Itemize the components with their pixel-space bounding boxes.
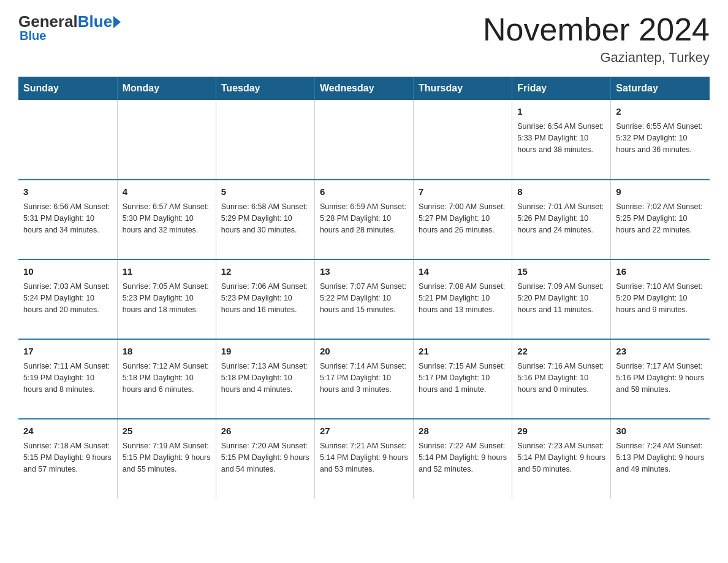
table-row: 9Sunrise: 7:02 AM Sunset: 5:25 PM Daylig… [611,180,710,259]
day-number: 7 [419,185,507,199]
table-row: 12Sunrise: 7:06 AM Sunset: 5:23 PM Dayli… [216,259,314,339]
table-row: 20Sunrise: 7:14 AM Sunset: 5:17 PM Dayli… [314,339,413,419]
table-row: 14Sunrise: 7:08 AM Sunset: 5:21 PM Dayli… [414,259,512,339]
day-number: 9 [616,185,705,199]
day-number: 18 [123,345,211,359]
calendar-week-row: 10Sunrise: 7:03 AM Sunset: 5:24 PM Dayli… [18,259,710,339]
table-row [216,100,314,180]
logo-arrow-icon [113,16,121,28]
table-row [414,100,512,180]
day-info: Sunrise: 7:09 AM Sunset: 5:20 PM Dayligh… [517,281,605,316]
day-number: 19 [221,345,309,359]
table-row: 13Sunrise: 7:07 AM Sunset: 5:22 PM Dayli… [314,259,413,339]
day-info: Sunrise: 7:13 AM Sunset: 5:18 PM Dayligh… [221,361,309,396]
calendar-header-row: Sunday Monday Tuesday Wednesday Thursday… [18,77,710,100]
day-info: Sunrise: 7:18 AM Sunset: 5:15 PM Dayligh… [23,440,112,476]
col-saturday: Saturday [611,77,710,100]
day-info: Sunrise: 6:55 AM Sunset: 5:32 PM Dayligh… [616,121,705,156]
day-info: Sunrise: 7:23 AM Sunset: 5:14 PM Dayligh… [517,440,605,476]
day-info: Sunrise: 7:11 AM Sunset: 5:19 PM Dayligh… [23,361,112,396]
col-wednesday: Wednesday [314,77,413,100]
table-row: 8Sunrise: 7:01 AM Sunset: 5:26 PM Daylig… [512,180,611,259]
day-number: 10 [23,265,112,279]
col-tuesday: Tuesday [216,77,314,100]
day-number: 26 [221,424,309,439]
calendar-week-row: 17Sunrise: 7:11 AM Sunset: 5:19 PM Dayli… [18,339,710,419]
day-info: Sunrise: 6:58 AM Sunset: 5:29 PM Dayligh… [221,201,309,237]
calendar-week-row: 1Sunrise: 6:54 AM Sunset: 5:33 PM Daylig… [18,100,710,180]
day-number: 22 [517,345,605,359]
calendar-week-row: 3Sunrise: 6:56 AM Sunset: 5:31 PM Daylig… [18,180,710,259]
col-sunday: Sunday [18,77,117,100]
day-number: 17 [23,345,112,359]
day-number: 20 [320,345,408,359]
day-info: Sunrise: 7:06 AM Sunset: 5:23 PM Dayligh… [221,281,309,316]
day-info: Sunrise: 7:10 AM Sunset: 5:20 PM Dayligh… [616,281,705,316]
day-info: Sunrise: 6:59 AM Sunset: 5:28 PM Dayligh… [320,201,408,237]
day-number: 29 [517,424,605,439]
day-info: Sunrise: 7:05 AM Sunset: 5:23 PM Dayligh… [123,281,211,316]
day-number: 4 [123,185,211,199]
table-row: 16Sunrise: 7:10 AM Sunset: 5:20 PM Dayli… [611,259,710,339]
title-block: November 2024 Gaziantep, Turkey [483,12,710,66]
day-info: Sunrise: 7:12 AM Sunset: 5:18 PM Dayligh… [123,361,211,396]
page-header: General Blue Blue November 2024 Gaziante… [18,12,710,66]
day-info: Sunrise: 6:54 AM Sunset: 5:33 PM Dayligh… [517,121,605,156]
table-row: 26Sunrise: 7:20 AM Sunset: 5:15 PM Dayli… [216,419,314,499]
day-number: 23 [616,345,705,359]
table-row: 1Sunrise: 6:54 AM Sunset: 5:33 PM Daylig… [512,100,611,180]
table-row: 11Sunrise: 7:05 AM Sunset: 5:23 PM Dayli… [117,259,216,339]
table-row: 7Sunrise: 7:00 AM Sunset: 5:27 PM Daylig… [414,180,512,259]
day-number: 15 [517,265,605,279]
table-row: 22Sunrise: 7:16 AM Sunset: 5:16 PM Dayli… [512,339,611,419]
calendar-title: November 2024 [483,12,710,47]
calendar-subtitle: Gaziantep, Turkey [483,50,710,66]
day-number: 6 [320,185,408,199]
table-row: 15Sunrise: 7:09 AM Sunset: 5:20 PM Dayli… [512,259,611,339]
day-info: Sunrise: 7:22 AM Sunset: 5:14 PM Dayligh… [419,440,507,476]
day-number: 27 [320,424,408,439]
day-number: 11 [123,265,211,279]
table-row: 10Sunrise: 7:03 AM Sunset: 5:24 PM Dayli… [18,259,117,339]
day-number: 8 [517,185,605,199]
day-info: Sunrise: 7:19 AM Sunset: 5:15 PM Dayligh… [123,440,211,476]
col-thursday: Thursday [414,77,512,100]
day-number: 24 [23,424,112,439]
col-monday: Monday [117,77,216,100]
table-row: 21Sunrise: 7:15 AM Sunset: 5:17 PM Dayli… [414,339,512,419]
table-row: 27Sunrise: 7:21 AM Sunset: 5:14 PM Dayli… [314,419,413,499]
day-number: 13 [320,265,408,279]
table-row: 30Sunrise: 7:24 AM Sunset: 5:13 PM Dayli… [611,419,710,499]
table-row [314,100,413,180]
calendar-table: Sunday Monday Tuesday Wednesday Thursday… [18,77,710,499]
day-info: Sunrise: 7:15 AM Sunset: 5:17 PM Dayligh… [419,361,507,396]
day-info: Sunrise: 7:20 AM Sunset: 5:15 PM Dayligh… [221,440,309,476]
table-row: 2Sunrise: 6:55 AM Sunset: 5:32 PM Daylig… [611,100,710,180]
day-info: Sunrise: 7:21 AM Sunset: 5:14 PM Dayligh… [320,440,408,476]
day-info: Sunrise: 7:08 AM Sunset: 5:21 PM Dayligh… [419,281,507,316]
day-number: 30 [616,424,705,439]
col-friday: Friday [512,77,611,100]
day-info: Sunrise: 7:17 AM Sunset: 5:16 PM Dayligh… [616,361,705,396]
day-info: Sunrise: 6:57 AM Sunset: 5:30 PM Dayligh… [123,201,211,237]
table-row [18,100,117,180]
day-info: Sunrise: 6:56 AM Sunset: 5:31 PM Dayligh… [23,201,112,237]
table-row: 29Sunrise: 7:23 AM Sunset: 5:14 PM Dayli… [512,419,611,499]
day-number: 1 [517,105,605,119]
table-row: 18Sunrise: 7:12 AM Sunset: 5:18 PM Dayli… [117,339,216,419]
table-row: 5Sunrise: 6:58 AM Sunset: 5:29 PM Daylig… [216,180,314,259]
logo-blue-text: Blue [78,12,112,31]
day-number: 14 [419,265,507,279]
logo: General Blue Blue [18,12,121,43]
day-number: 25 [123,424,211,439]
day-info: Sunrise: 7:02 AM Sunset: 5:25 PM Dayligh… [616,201,705,237]
day-number: 21 [419,345,507,359]
table-row [117,100,216,180]
day-info: Sunrise: 7:03 AM Sunset: 5:24 PM Dayligh… [23,281,112,316]
day-info: Sunrise: 7:00 AM Sunset: 5:27 PM Dayligh… [419,201,507,237]
logo-sub: Blue [20,29,46,43]
day-info: Sunrise: 7:24 AM Sunset: 5:13 PM Dayligh… [616,440,705,476]
day-info: Sunrise: 7:16 AM Sunset: 5:16 PM Dayligh… [517,361,605,396]
day-number: 5 [221,185,309,199]
calendar-week-row: 24Sunrise: 7:18 AM Sunset: 5:15 PM Dayli… [18,419,710,499]
